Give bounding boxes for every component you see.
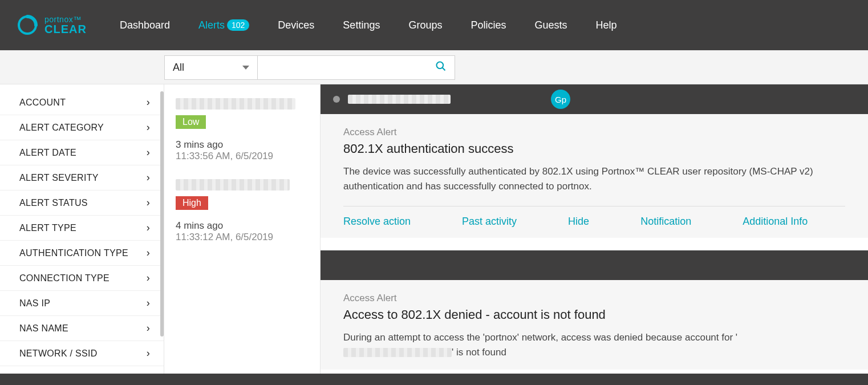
sidebar-item-label: CONNECTION TYPE	[19, 273, 109, 283]
main-nav: Dashboard Alerts 102 Devices Settings Gr…	[120, 19, 617, 31]
logo-text: portnox™ CLEAR	[44, 15, 87, 35]
severity-badge: Low	[176, 115, 206, 129]
sidebar-item-label: AUTHENTICATION TYPE	[19, 248, 128, 258]
sidebar-item-label: ALERT DATE	[19, 148, 76, 158]
brand-line2: CLEAR	[44, 23, 87, 35]
footer-strip	[0, 374, 868, 385]
alert-card-header: Gp	[321, 84, 868, 114]
alert-card: Gp Access Alert 802.1X authentication su…	[321, 84, 868, 238]
alert-list-item[interactable]: High 4 mins ago 11:33:12 AM, 6/5/2019	[176, 179, 310, 243]
redacted-text	[343, 348, 452, 357]
filter-dropdown[interactable]: All	[164, 55, 258, 80]
alert-title: Access to 802.1X denied - account is not…	[343, 307, 845, 322]
dot-icon	[333, 96, 340, 103]
alert-actions: Resolve action Past activity Hide Notifi…	[343, 206, 845, 228]
alert-category: Access Alert	[343, 293, 845, 304]
chevron-right-icon: ›	[147, 272, 150, 284]
search-icon[interactable]	[435, 60, 447, 74]
chevron-right-icon: ›	[147, 372, 150, 374]
alert-timestamp: 11:33:56 AM, 6/5/2019	[176, 151, 310, 162]
nav-devices[interactable]: Devices	[278, 19, 314, 31]
sidebar-item-label: ALERT SEVERITY	[19, 173, 99, 183]
svg-point-1	[437, 62, 444, 69]
sidebar-item-alert-type[interactable]: ALERT TYPE›	[0, 216, 164, 241]
hide-link[interactable]: Hide	[568, 216, 589, 228]
sidebar-item-nas-ip[interactable]: NAS IP›	[0, 291, 164, 316]
sidebar-item-label: ALERT STATUS	[19, 198, 88, 208]
chevron-down-icon	[242, 66, 249, 70]
chevron-right-icon: ›	[147, 297, 150, 309]
nav-groups[interactable]: Groups	[408, 19, 442, 31]
chevron-right-icon: ›	[147, 147, 150, 159]
redacted-text	[348, 95, 451, 104]
content-body: ACCOUNT› ALERT CATEGORY› ALERT DATE› ALE…	[0, 84, 868, 374]
sidebar-item-alert-status[interactable]: ALERT STATUS›	[0, 191, 164, 216]
sidebar-item-label: ACCOUNT	[19, 98, 66, 108]
nav-dashboard[interactable]: Dashboard	[120, 19, 170, 31]
alerts-list: Low 3 mins ago 11:33:56 AM, 6/5/2019 Hig…	[164, 84, 321, 374]
brand-line1: portnox™	[44, 15, 87, 23]
alert-timestamp: 11:33:12 AM, 6/5/2019	[176, 232, 310, 243]
nav-policies[interactable]: Policies	[470, 19, 506, 31]
sidebar-item-alert-date[interactable]: ALERT DATE›	[0, 140, 164, 165]
alert-list-item[interactable]: Low 3 mins ago 11:33:56 AM, 6/5/2019	[176, 98, 310, 162]
sidebar-item-alert-severity[interactable]: ALERT SEVERITY›	[0, 165, 164, 191]
chevron-right-icon: ›	[147, 172, 150, 184]
sidebar-item-label: OS	[19, 374, 33, 374]
alert-detail-panel: Gp Access Alert 802.1X authentication su…	[321, 84, 868, 374]
nav-help[interactable]: Help	[596, 19, 617, 31]
chevron-right-icon: ›	[147, 197, 150, 209]
svg-line-2	[443, 68, 445, 71]
alerts-count-badge: 102	[227, 19, 249, 31]
sidebar-item-label: NAS IP	[19, 298, 50, 309]
nav-alerts-label: Alerts	[198, 19, 225, 31]
sidebar-item-os[interactable]: OS›	[0, 366, 164, 374]
alert-description: During an attempt to access the 'portnox…	[343, 330, 845, 359]
alert-card-body: Access Alert Access to 802.1X denied - a…	[321, 280, 868, 370]
notification-link[interactable]: Notification	[640, 216, 691, 228]
sidebar-item-label: NETWORK / SSID	[19, 348, 98, 359]
chevron-right-icon: ›	[147, 347, 150, 359]
sidebar-item-account[interactable]: ACCOUNT›	[0, 90, 164, 115]
redacted-text	[176, 98, 295, 110]
sidebar-item-nas-name[interactable]: NAS NAME›	[0, 316, 164, 341]
sidebar-item-alert-category[interactable]: ALERT CATEGORY›	[0, 115, 164, 140]
sidebar-item-network-ssid[interactable]: NETWORK / SSID›	[0, 341, 164, 366]
group-badge[interactable]: Gp	[551, 90, 570, 109]
brand-logo[interactable]: portnox™ CLEAR	[16, 14, 87, 37]
alert-title: 802.1X authentication success	[343, 141, 845, 156]
alert-card-body: Access Alert 802.1X authentication succe…	[321, 114, 868, 238]
chevron-right-icon: ›	[147, 121, 150, 133]
sidebar-item-authentication-type[interactable]: AUTHENTICATION TYPE›	[0, 241, 164, 266]
alert-category: Access Alert	[343, 127, 845, 138]
sidebar-item-label: NAS NAME	[19, 323, 68, 334]
alert-desc-pre: During an attempt to access the 'portnox…	[343, 332, 737, 343]
chevron-right-icon: ›	[147, 322, 150, 334]
chevron-right-icon: ›	[147, 96, 150, 108]
sidebar-item-connection-type[interactable]: CONNECTION TYPE›	[0, 266, 164, 291]
alert-age: 3 mins ago	[176, 139, 310, 151]
sidebar-item-label: ALERT TYPE	[19, 223, 76, 233]
alert-card: Access Alert Access to 802.1X denied - a…	[321, 250, 868, 370]
filter-dropdown-value: All	[173, 62, 184, 74]
past-activity-link[interactable]: Past activity	[462, 216, 517, 228]
chevron-right-icon: ›	[147, 222, 150, 234]
alert-card-header	[321, 250, 868, 280]
alert-age: 4 mins ago	[176, 220, 310, 232]
search-input[interactable]	[266, 62, 435, 72]
filter-bar: All	[0, 50, 868, 84]
resolve-action-link[interactable]: Resolve action	[343, 216, 411, 228]
nav-settings[interactable]: Settings	[343, 19, 380, 31]
severity-badge: High	[176, 196, 208, 210]
additional-info-link[interactable]: Additional Info	[743, 216, 808, 228]
search-box	[258, 55, 455, 80]
nav-guests[interactable]: Guests	[534, 19, 567, 31]
nav-alerts[interactable]: Alerts 102	[198, 19, 249, 31]
alert-desc-post: ' is not found	[452, 347, 506, 358]
logo-icon	[16, 14, 39, 37]
sidebar-item-label: ALERT CATEGORY	[19, 123, 104, 133]
alert-description: The device was successfully authenticate…	[343, 164, 845, 193]
chevron-right-icon: ›	[147, 247, 150, 259]
filters-sidebar: ACCOUNT› ALERT CATEGORY› ALERT DATE› ALE…	[0, 84, 164, 374]
main-header: portnox™ CLEAR Dashboard Alerts 102 Devi…	[0, 0, 868, 50]
